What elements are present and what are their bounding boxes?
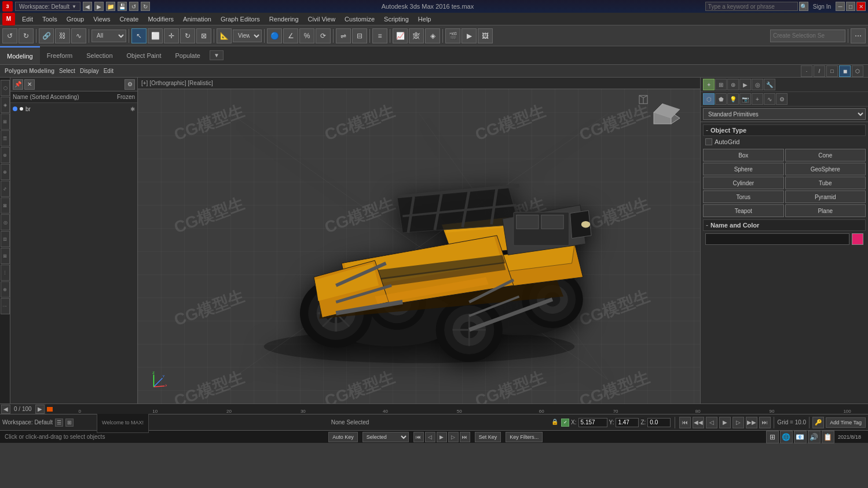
- primitives-dropdown[interactable]: Standard Primitives: [703, 108, 866, 120]
- sphere-btn[interactable]: Sphere: [703, 163, 784, 175]
- nav-back-btn[interactable]: ◀: [83, 2, 92, 11]
- element-icon[interactable]: ⬡: [852, 65, 863, 77]
- z-value[interactable]: 0.0: [647, 418, 671, 427]
- strip-icon-1[interactable]: ⬡: [1, 80, 10, 96]
- ribbon-tab-selection[interactable]: Selection: [79, 46, 119, 64]
- rp-helper-icon[interactable]: +: [752, 93, 763, 105]
- strip-icon-9[interactable]: ◎: [1, 214, 10, 230]
- undo-tool-btn[interactable]: ↺: [2, 28, 17, 43]
- strip-icon-6[interactable]: ⊕: [1, 164, 10, 180]
- render-frame-btn[interactable]: 🖼: [478, 28, 493, 43]
- next-frame-btn[interactable]: ▶▶: [746, 417, 757, 428]
- filter-dropdown[interactable]: All: [91, 30, 126, 42]
- set-key-btn[interactable]: Set Key: [475, 432, 501, 442]
- name-color-section-header[interactable]: - Name and Color: [703, 219, 866, 231]
- minimize-btn[interactable]: ─: [836, 2, 845, 11]
- timeline-next-btn[interactable]: ▶: [35, 405, 45, 414]
- rp-utility-icon[interactable]: 🔧: [764, 79, 775, 90]
- layer-mgr-btn[interactable]: ≡: [372, 28, 387, 43]
- select-label-btn[interactable]: Select: [59, 68, 75, 74]
- align-btn[interactable]: ⊟: [352, 28, 367, 43]
- timeline-ruler[interactable]: 0 10 20 30 40 50 60 70 80 90 100: [46, 404, 868, 414]
- mirror-btn[interactable]: ⇌: [336, 28, 351, 43]
- menu-modifiers[interactable]: Modifiers: [143, 13, 178, 25]
- strip-icon-3[interactable]: ⊞: [1, 113, 10, 130]
- maximize-btn[interactable]: □: [846, 2, 855, 11]
- viewport-dropdown[interactable]: View: [233, 30, 262, 42]
- rp-shape-icon[interactable]: ⬟: [715, 93, 727, 105]
- timeline-prev-btn[interactable]: ◀: [1, 405, 10, 414]
- rp-systems-icon[interactable]: ⚙: [776, 93, 788, 105]
- poly-icon[interactable]: ◼: [839, 65, 851, 77]
- lp-close-btn[interactable]: ✕: [24, 79, 35, 90]
- menu-customize[interactable]: Customize: [340, 13, 379, 25]
- play-end-btn[interactable]: ⏭: [759, 417, 771, 428]
- ribbon-tab-object-paint[interactable]: Object Paint: [120, 46, 169, 64]
- render-setup-btn[interactable]: 🎬: [445, 28, 460, 43]
- plane-btn[interactable]: Plane: [785, 204, 866, 217]
- lock-icon[interactable]: 🔒: [551, 419, 559, 427]
- strip-icon-8[interactable]: ⊠: [1, 197, 10, 214]
- teapot-btn[interactable]: Teapot: [703, 204, 784, 217]
- menu-civil-view[interactable]: Civil View: [303, 13, 340, 25]
- search-icon[interactable]: 🔍: [799, 2, 808, 11]
- object-type-section-header[interactable]: - Object Type: [703, 124, 866, 136]
- key-filters-btn[interactable]: Key Filters...: [506, 432, 543, 442]
- border-icon[interactable]: □: [826, 65, 838, 77]
- render-prod-btn[interactable]: ▶: [462, 28, 477, 43]
- pyramid-btn[interactable]: Pyramid: [785, 190, 866, 203]
- tray-icon2[interactable]: 🌐: [780, 431, 793, 443]
- menu-group[interactable]: Group: [62, 13, 89, 25]
- lp-config-btn[interactable]: ⚙: [124, 79, 135, 90]
- object-name-input[interactable]: [705, 233, 849, 245]
- display-label-btn[interactable]: Display: [80, 68, 99, 74]
- strip-icon-13[interactable]: ⊕: [1, 281, 10, 298]
- menu-help[interactable]: Help: [413, 13, 436, 25]
- menu-views[interactable]: Views: [89, 13, 115, 25]
- bind-space-warp-btn[interactable]: ∿: [71, 28, 86, 43]
- spinner-snap-btn[interactable]: ⟳: [316, 28, 331, 43]
- menu-scripting[interactable]: Scripting: [379, 13, 413, 25]
- rp-camera-icon[interactable]: 📷: [739, 93, 751, 105]
- strip-icon-7[interactable]: ∿: [1, 181, 10, 197]
- key-lock-icon[interactable]: 🔑: [812, 417, 824, 428]
- percent-snap-btn[interactable]: %: [299, 28, 314, 43]
- autogrid-checkbox[interactable]: [705, 138, 712, 145]
- rp-geo-icon[interactable]: ⬡: [703, 93, 715, 105]
- box-btn[interactable]: Box: [703, 149, 784, 162]
- create-sel-set-input[interactable]: [770, 30, 845, 42]
- strip-icon-10[interactable]: ⊟: [1, 231, 10, 247]
- search-input[interactable]: [705, 2, 798, 11]
- scene-item-br[interactable]: br ✱: [10, 103, 137, 115]
- strip-icon-14[interactable]: ⋮: [1, 298, 10, 314]
- menu-graph-editors[interactable]: Graph Editors: [216, 13, 265, 25]
- curve-editor-btn[interactable]: 📈: [393, 28, 408, 43]
- rotate-btn[interactable]: ↻: [180, 28, 195, 43]
- strip-icon-5[interactable]: ⊛: [1, 147, 10, 163]
- move-btn[interactable]: ✛: [164, 28, 179, 43]
- ribbon-tab-modeling[interactable]: Modeling: [0, 46, 40, 64]
- save-file-btn[interactable]: 💾: [118, 2, 127, 11]
- rp-create-icon[interactable]: ✦: [703, 79, 715, 90]
- menu-tools[interactable]: Tools: [38, 13, 62, 25]
- rp-spacewarp-icon[interactable]: ∿: [764, 93, 775, 105]
- kp-btn5[interactable]: ⏭: [460, 432, 470, 442]
- scale-btn[interactable]: ⊠: [196, 28, 211, 43]
- kp-btn2[interactable]: ◁: [425, 432, 435, 442]
- mat-editor-btn[interactable]: ◈: [425, 28, 440, 43]
- color-swatch[interactable]: [852, 233, 863, 245]
- play-btn[interactable]: ▶: [719, 417, 731, 428]
- workspace-dropdown[interactable]: Workspace: Default ▼: [15, 2, 80, 11]
- nav-fwd-btn[interactable]: ▶: [94, 2, 104, 11]
- rp-light-icon[interactable]: 💡: [727, 93, 739, 105]
- tray-icon1[interactable]: ⊞: [766, 431, 779, 443]
- edit-label-btn[interactable]: Edit: [104, 68, 113, 74]
- selected-dropdown[interactable]: Selected: [362, 432, 409, 442]
- play-start-btn[interactable]: ⏮: [679, 417, 691, 428]
- rp-motion-icon[interactable]: ▶: [739, 79, 751, 90]
- strip-icon-2[interactable]: ◈: [1, 97, 10, 113]
- prev-key-btn[interactable]: ◁: [706, 417, 717, 428]
- add-time-tag-btn[interactable]: Add Time Tag: [826, 417, 866, 428]
- redo-btn[interactable]: ↻: [141, 2, 150, 11]
- ribbon-tab-populate[interactable]: Populate: [168, 46, 207, 64]
